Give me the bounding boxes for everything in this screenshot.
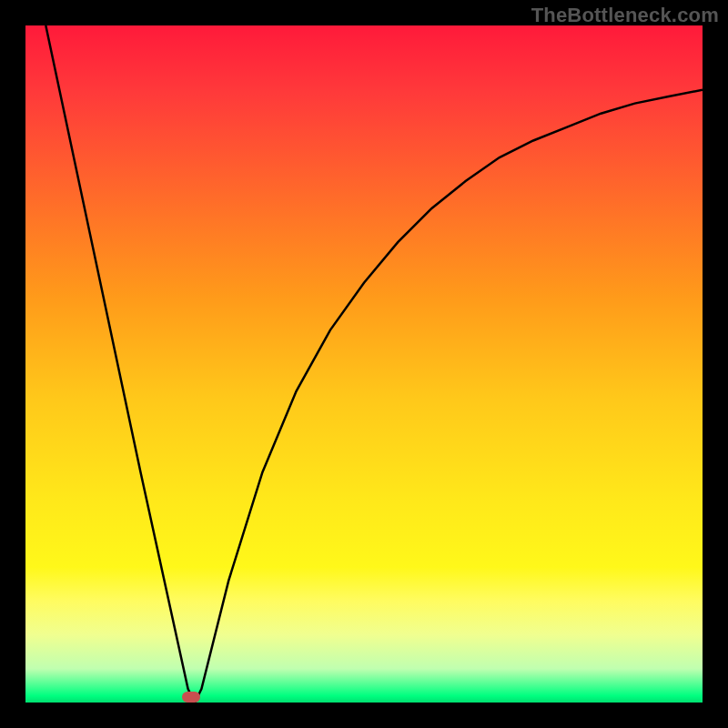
watermark-text: TheBottleneck.com [531,4,719,27]
gradient-background [25,25,703,703]
chart-frame: TheBottleneck.com [0,0,728,728]
minimum-marker [182,692,200,703]
